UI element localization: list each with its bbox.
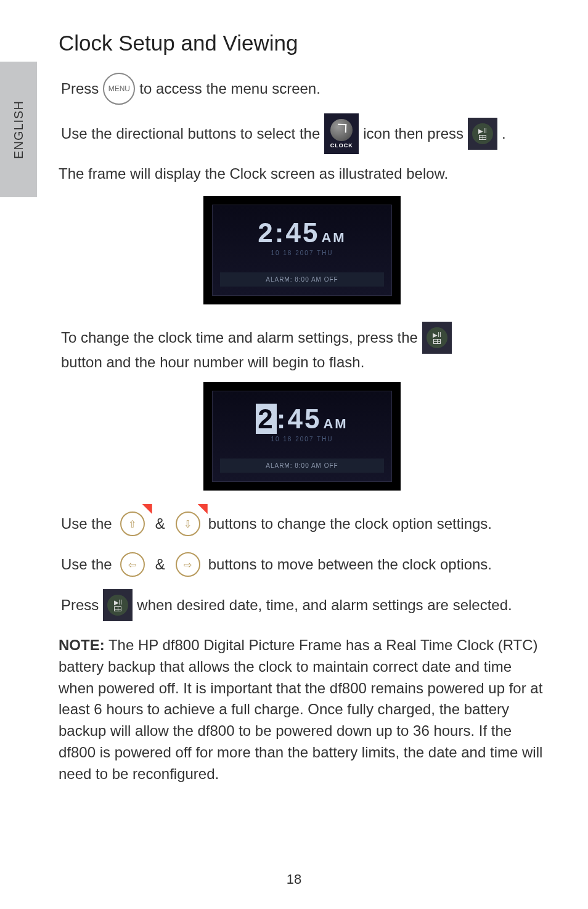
time-rest: :45 (277, 404, 322, 434)
grid-icon (114, 606, 121, 611)
instruction-5: Use the ⇧ & ⇩ buttons to change the cloc… (59, 508, 545, 540)
up-arrow-icon: ⇧ (120, 512, 145, 536)
right-arrow-icon: ⇨ (176, 552, 200, 577)
ampm: AM (323, 416, 348, 431)
clock-icon-label: CLOCK (330, 142, 353, 149)
alarm-bar: ALARM: 8:00 AM OFF (220, 459, 384, 473)
text: Press (61, 597, 99, 614)
play-icon: ▶II (114, 600, 123, 606)
instruction-3: The frame will display the Clock screen … (59, 163, 545, 185)
clock-date: 10 18 2007 THU (220, 250, 384, 256)
clock-screen: 2:45AM 10 18 2007 THU ALARM: 8:00 AM OFF (212, 391, 392, 482)
clock-time: 2:45AM (220, 404, 384, 434)
note-section: NOTE: The HP df800 Digital Picture Frame… (59, 635, 545, 785)
down-arrow-button-icon: ⇩ (172, 508, 204, 540)
text: icon then press (363, 125, 463, 142)
play-icon: ▶II (478, 128, 487, 134)
text: Use the (61, 515, 112, 532)
up-arrow-button-icon: ⇧ (116, 508, 149, 540)
text: . (502, 125, 506, 142)
clock-screen: 2:45AM 10 18 2007 THU ALARM: 8:00 AM OFF (212, 205, 392, 296)
instruction-4: To change the clock time and alarm setti… (59, 322, 545, 371)
clock-time: 2:45AM (220, 218, 384, 248)
page-content: Clock Setup and Viewing Press MENU to ac… (59, 31, 545, 785)
left-arrow-button-icon: ⇦ (116, 548, 149, 581)
instruction-1: Press MENU to access the menu screen. (59, 73, 545, 105)
time-hour-highlight: 2 (256, 404, 276, 434)
note-text: The HP df800 Digital Picture Frame has a… (59, 637, 542, 782)
ampersand: & (155, 556, 165, 573)
page-title: Clock Setup and Viewing (59, 31, 545, 55)
play-pause-button-icon: ▶II (422, 322, 452, 354)
grid-icon (479, 135, 486, 140)
clock-date: 10 18 2007 THU (220, 436, 384, 442)
clock-menu-icon: CLOCK (324, 113, 359, 154)
text: to access the menu screen. (139, 80, 320, 97)
text: Use the directional buttons to select th… (61, 125, 320, 142)
ampm: AM (321, 230, 346, 245)
clock-screenshot-1: 2:45AM 10 18 2007 THU ALARM: 8:00 AM OFF (203, 196, 401, 304)
play-pause-inner: ▶II (427, 327, 447, 348)
grid-icon (433, 339, 441, 344)
clock-face-icon (330, 119, 353, 141)
page-number: 18 (0, 871, 588, 887)
text: buttons to move between the clock option… (208, 556, 492, 573)
note-label: NOTE: (59, 637, 105, 653)
play-pause-inner: ▶II (472, 123, 493, 144)
language-label: ENGLISH (12, 100, 26, 159)
time-value: 2:45 (258, 218, 319, 248)
text: Use the (61, 556, 112, 573)
play-icon: ▶II (433, 332, 441, 338)
alarm-bar: ALARM: 8:00 AM OFF (220, 272, 384, 287)
language-tab: ENGLISH (0, 62, 37, 197)
text: Press (61, 80, 99, 97)
text: To change the clock time and alarm setti… (61, 329, 418, 346)
menu-button-icon: MENU (103, 73, 135, 105)
instruction-6: Use the ⇦ & ⇨ buttons to move between th… (59, 548, 545, 581)
text: when desired date, time, and alarm setti… (137, 597, 512, 614)
play-pause-button-icon: ▶II (103, 589, 133, 621)
text: buttons to change the clock option setti… (208, 515, 492, 532)
left-arrow-icon: ⇦ (120, 552, 145, 577)
down-arrow-icon: ⇩ (176, 512, 200, 536)
text: button and the hour number will begin to… (61, 354, 364, 371)
ampersand: & (155, 515, 165, 532)
instruction-7: Press ▶II when desired date, time, and a… (59, 589, 545, 621)
right-arrow-button-icon: ⇨ (172, 548, 204, 581)
play-pause-button-icon: ▶II (468, 118, 497, 150)
play-pause-inner: ▶II (107, 595, 128, 616)
clock-screenshot-2: 2:45AM 10 18 2007 THU ALARM: 8:00 AM OFF (203, 382, 401, 491)
instruction-2: Use the directional buttons to select th… (59, 113, 545, 154)
